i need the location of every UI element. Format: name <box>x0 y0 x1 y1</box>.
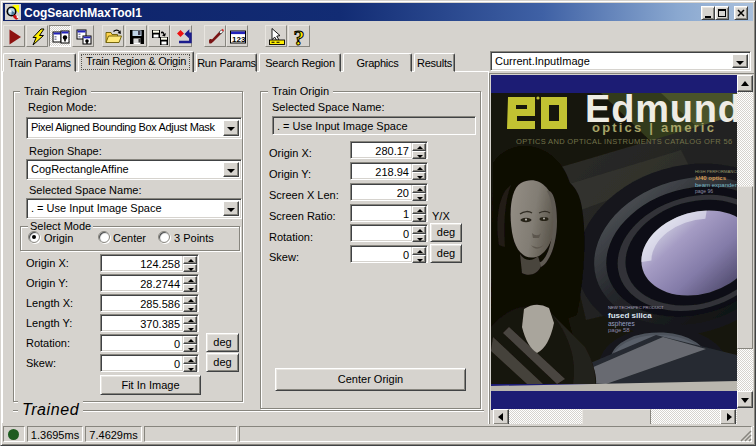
svg-text:?: ? <box>294 27 305 47</box>
svg-text:page 58: page 58 <box>608 327 630 333</box>
svg-text:λ/40 optics: λ/40 optics <box>695 175 727 181</box>
svg-text:optics | americ: optics | americ <box>592 120 716 135</box>
svg-text:OPTICS AND OPTICAL INSTRUMENTS: OPTICS AND OPTICAL INSTRUMENTS CATALOG O… <box>516 137 732 146</box>
svg-text:NEW TECHSPEC PRODUCT: NEW TECHSPEC PRODUCT <box>608 305 664 310</box>
svg-text:HIGH PERFORMANCE: HIGH PERFORMANCE <box>695 169 737 174</box>
svg-text:123: 123 <box>232 35 246 44</box>
svg-text:page 96: page 96 <box>695 188 713 194</box>
